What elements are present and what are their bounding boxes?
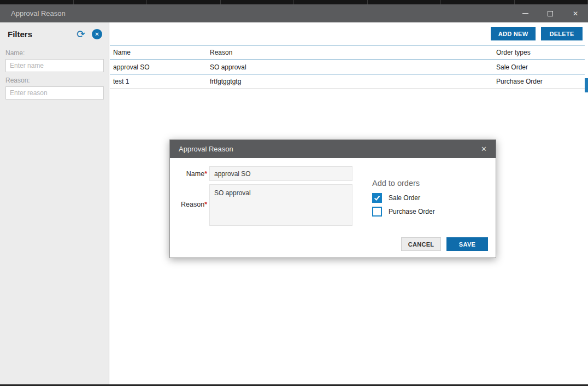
cell-reason: frtfgtggtgtg [207,78,493,85]
check-icon [373,194,381,202]
clear-filters-icon[interactable]: ✕ [92,29,102,39]
name-filter-label: Name: [5,49,109,57]
reason-filter-input[interactable] [5,86,104,100]
window-titlebar: Approval Reason ✕ [0,4,588,22]
cell-order-types: Purchase Order [493,78,585,85]
required-marker: * [204,201,207,208]
delete-button[interactable]: DELETE [541,27,583,40]
add-to-orders-heading: Add to orders [372,179,420,188]
table-row[interactable]: approval SO SO approval Sale Order [110,60,585,74]
scrollbar-thumb[interactable] [585,78,588,92]
cell-name: test 1 [110,78,207,85]
app-window: Approval Reason ✕ Filters ⟳ ✕ Name: Reas… [0,0,588,386]
background-strip-segment [221,0,295,4]
background-strip-segment [147,0,221,4]
dialog-body: Name* Reason* SO approval Add to orders … [170,158,496,258]
filters-sidebar: Filters ⟳ ✕ Name: Reason: [0,22,109,384]
background-strip-segment [294,0,368,4]
dialog-close-icon[interactable]: ✕ [472,145,496,153]
sale-order-checkbox[interactable] [372,193,382,203]
dialog-reason-textarea[interactable]: SO approval [209,184,352,226]
close-icon: ✕ [573,10,578,17]
window-controls: ✕ [513,4,588,22]
minimize-icon [522,13,528,14]
cancel-button[interactable]: CANCEL [401,237,441,251]
close-button[interactable]: ✕ [563,4,588,22]
required-marker: * [204,170,207,178]
sale-order-checkbox-label: Sale Order [389,194,420,202]
filters-title: Filters [8,30,77,39]
background-strip-segment [74,0,148,4]
purchase-order-checkbox[interactable] [372,207,382,217]
background-strip-segment [368,0,442,4]
reason-filter-label: Reason: [5,77,109,84]
purchase-order-checkbox-label: Purchase Order [389,208,435,215]
table-header-row: Name Reason Order types [110,45,585,60]
vertical-scrollbar[interactable] [584,45,588,384]
approval-reason-dialog: Approval Reason ✕ Name* Reason* SO appro… [169,139,496,258]
reason-label-text: Reason [181,201,204,208]
sale-order-checkbox-row[interactable]: Sale Order [372,193,420,203]
background-strip-segment [441,0,515,4]
filters-header: Filters ⟳ ✕ [0,22,109,45]
cell-order-types: Sale Order [493,63,585,71]
reason-field-label: Reason* [173,201,207,208]
background-window-strip [0,0,588,4]
background-strip-segment [515,0,588,4]
toolbar: ADD NEW DELETE [110,22,588,45]
records-table: Name Reason Order types approval SO SO a… [110,45,585,89]
minimize-button[interactable] [513,4,538,22]
column-header-reason[interactable]: Reason [207,49,493,56]
background-strip-segment [0,0,74,4]
dialog-title: Approval Reason [170,145,472,153]
add-new-button[interactable]: ADD NEW [491,27,536,40]
table-row[interactable]: test 1 frtfgtggtgtg Purchase Order [110,74,585,89]
purchase-order-checkbox-row[interactable]: Purchase Order [372,207,435,217]
name-label-text: Name [186,170,204,178]
cell-name: approval SO [110,63,207,71]
cell-reason: SO approval [207,63,493,71]
column-header-order-types[interactable]: Order types [493,49,585,56]
name-filter-input[interactable] [5,59,104,72]
refresh-icon[interactable]: ⟳ [77,30,85,39]
dialog-titlebar: Approval Reason ✕ [170,140,496,158]
window-title: Approval Reason [0,9,513,17]
name-field-label: Name* [173,170,207,178]
maximize-button[interactable] [538,4,563,22]
maximize-icon [548,11,553,16]
save-button[interactable]: SAVE [446,237,488,251]
dialog-name-input[interactable] [209,166,352,181]
column-header-name[interactable]: Name [110,49,207,56]
